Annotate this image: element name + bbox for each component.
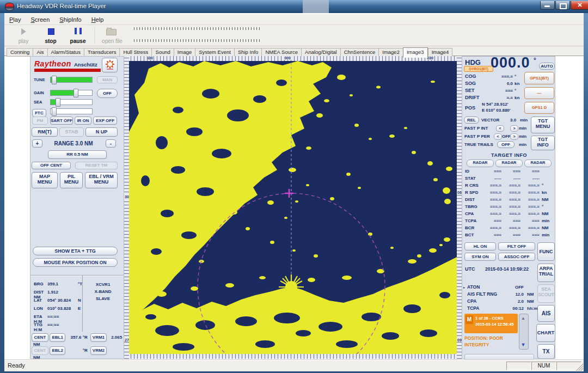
tab-image3[interactable]: Image3 xyxy=(403,47,428,58)
exp-off-button[interactable]: EXP OFF xyxy=(93,117,117,125)
north-up-button[interactable]: N UP xyxy=(85,127,118,137)
slider-thumb-sea[interactable] xyxy=(56,98,60,107)
menu-item-screen[interactable]: Screen xyxy=(26,15,54,23)
slider-track-tune[interactable] xyxy=(50,77,93,83)
open-file-button[interactable]: open file xyxy=(98,26,126,45)
radar-source-button-3[interactable]: RADAR xyxy=(524,160,552,167)
radar-source-button-1[interactable]: RADAR xyxy=(467,160,494,167)
sea-scout-button[interactable]: SEA SCOUT xyxy=(537,284,555,303)
arpa-trial-button[interactable]: ARPA TRIAL xyxy=(537,264,555,282)
tab-conning[interactable]: Conning xyxy=(7,48,33,57)
past-per-decrease-button[interactable]: < xyxy=(494,133,502,140)
target-value: === xyxy=(501,169,520,174)
tab-transducers[interactable]: Transducers xyxy=(84,48,119,57)
resize-grip[interactable] xyxy=(576,364,583,371)
tab-image4[interactable]: Image4 xyxy=(428,48,453,57)
stop-button[interactable]: stop xyxy=(38,26,63,45)
close-button[interactable]: ✕ xyxy=(571,1,588,10)
tab-image[interactable]: Image xyxy=(174,48,195,57)
ebl2-button[interactable]: EBL2 xyxy=(50,346,65,355)
ais-button[interactable]: AIS xyxy=(537,305,555,322)
tab-chnsentence[interactable]: ChnSentence xyxy=(340,48,379,57)
range-rings-button[interactable]: RR 0.5 NM xyxy=(48,150,107,159)
sart-off-button[interactable]: SART OFF xyxy=(50,117,73,125)
slider-thumb-rain[interactable] xyxy=(52,107,57,116)
reset-tm-button[interactable]: RESET TM xyxy=(75,162,118,169)
true-trails-off-button[interactable]: OFF xyxy=(497,141,514,148)
rm-t-button[interactable]: RM(T) xyxy=(32,127,58,137)
gps1-bt-button[interactable]: GPS1(BT) xyxy=(524,72,554,84)
ebl1-button[interactable]: EBL1 xyxy=(50,333,65,342)
show-eta-ttg-button[interactable]: SHOW ETA + TTG xyxy=(33,247,118,255)
past-int-decrease-button[interactable]: < xyxy=(496,125,504,132)
vrm2-button[interactable]: VRM2 xyxy=(90,346,107,355)
mouse-park-button[interactable]: MOUSE PARK POSITION ON xyxy=(33,258,118,267)
tgt-menu-button[interactable]: TGT MENU xyxy=(531,117,555,133)
tab-image2[interactable]: Image2 xyxy=(378,48,403,57)
range-minus-button[interactable]: - xyxy=(106,139,116,148)
app-icon xyxy=(5,3,14,11)
tune-man-button[interactable]: MAN xyxy=(97,76,118,83)
tab-alarm-status[interactable]: Alarm/Status xyxy=(47,48,84,57)
maximize-button[interactable] xyxy=(555,1,570,10)
tab-sound[interactable]: Sound xyxy=(151,48,173,57)
tx-button[interactable]: TX xyxy=(537,344,555,359)
tab-nmea-source[interactable]: NMEA Source xyxy=(261,48,301,57)
menu-item-help[interactable]: Help xyxy=(87,15,109,23)
slider-track-gain[interactable] xyxy=(50,90,93,96)
gps1-d-button[interactable]: GPS1 D xyxy=(524,102,554,114)
assoc-off-button[interactable]: ASSOC OFF xyxy=(498,253,535,261)
radar-ppi-display[interactable] xyxy=(129,61,457,354)
cursor-row-lat: LAT054° 30.824N xyxy=(34,298,84,306)
scroll-down-icon[interactable]: ▼ xyxy=(520,341,526,348)
cursor-value: ==:== xyxy=(47,322,78,327)
radar-source-button-2[interactable]: RADAR xyxy=(495,160,523,167)
pm-button[interactable]: PM xyxy=(32,117,48,125)
func-button[interactable]: FUNC xyxy=(537,242,555,261)
cent2-button[interactable]: CENT xyxy=(32,346,48,355)
tab-ship-info[interactable]: Ship Info xyxy=(234,48,262,57)
off-cent-button[interactable]: OFF CENT xyxy=(32,162,71,169)
tab-hull-stress[interactable]: Hull Stress xyxy=(119,48,151,57)
cent1-button[interactable]: CENT xyxy=(32,333,48,342)
tab-analog-digital[interactable]: Analog/Digital xyxy=(301,48,340,57)
stab-button[interactable]: STAB xyxy=(59,127,84,137)
set-drift-source-button[interactable]: — xyxy=(524,87,554,99)
alert-scrollbar[interactable]: ▲ ▼ xyxy=(519,314,529,350)
range-plus-button[interactable]: + xyxy=(32,139,42,148)
ebl2-bearing-unit: °R xyxy=(83,348,89,353)
tgt-info-button[interactable]: TGT INFO xyxy=(531,136,555,150)
slider-track-sea[interactable] xyxy=(50,99,93,105)
interswitch-button[interactable] xyxy=(102,58,118,72)
slider-track-rain[interactable] xyxy=(50,108,93,114)
chart-button[interactable]: CHART xyxy=(536,324,555,342)
ir-on-button[interactable]: IR ON xyxy=(75,117,91,125)
sea-off-button[interactable]: OFF xyxy=(97,89,118,98)
hl-on-button[interactable]: HL ON xyxy=(464,242,496,250)
title-bar[interactable]: Headway VDR Real-time Player xyxy=(0,0,588,13)
slider-thumb-gain[interactable] xyxy=(74,89,78,97)
tab-system-event[interactable]: System Event xyxy=(195,48,234,57)
auto-button[interactable]: AUTO xyxy=(539,63,555,70)
menu-item-shipinfo[interactable]: ShipInfo xyxy=(54,15,86,23)
past-int-increase-button[interactable]: > xyxy=(510,125,518,132)
cursor-label: ETA xyxy=(34,314,47,319)
alert-message-box[interactable]: M 1 of 26 - CCRS 2015-03-14 12:58:45 xyxy=(464,314,518,333)
vrm1-button[interactable]: VRM1 xyxy=(90,333,107,342)
play-button[interactable]: play xyxy=(11,26,36,45)
scroll-up-icon[interactable]: ▲ xyxy=(520,315,526,322)
filt-off-button[interactable]: FILT OFF xyxy=(498,242,535,250)
map-menu-button[interactable]: MAP MENU xyxy=(32,172,58,188)
rel-vector-button[interactable]: REL xyxy=(464,117,479,124)
pil-menu-button[interactable]: PIL MENU xyxy=(60,172,83,188)
slider-fill xyxy=(51,100,56,105)
minimize-button[interactable] xyxy=(540,1,555,10)
slider-thumb-tune[interactable] xyxy=(52,76,57,84)
sym-on-button[interactable]: SYM ON xyxy=(464,253,496,261)
ebl-vrm-menu-button[interactable]: EBL / VRM MENU xyxy=(85,172,118,188)
past-per-increase-button[interactable]: > xyxy=(510,133,518,140)
menu-item-play[interactable]: Play xyxy=(4,15,26,23)
ftc-button[interactable]: FTC xyxy=(32,109,46,117)
tab-ais[interactable]: Ais xyxy=(33,48,47,57)
pause-button[interactable]: pause xyxy=(65,26,90,45)
